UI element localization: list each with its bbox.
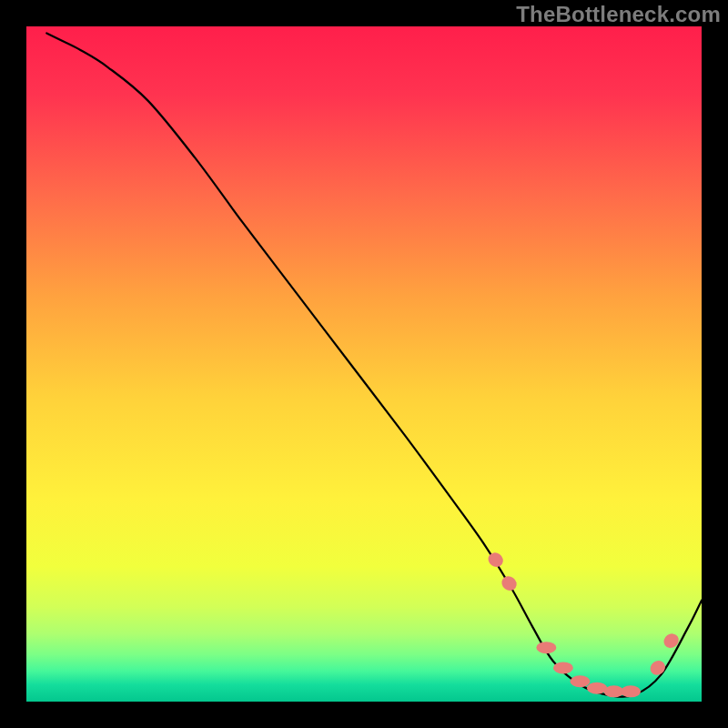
gradient-panel [26, 26, 702, 702]
chart-root: TheBottleneck.com [0, 0, 728, 728]
highlight-dot [570, 675, 590, 687]
bottleneck-chart [0, 0, 728, 728]
highlight-dot [553, 662, 573, 673]
highlight-dot [536, 642, 556, 653]
highlight-dot [621, 685, 641, 697]
watermark-label: TheBottleneck.com [516, 2, 721, 27]
